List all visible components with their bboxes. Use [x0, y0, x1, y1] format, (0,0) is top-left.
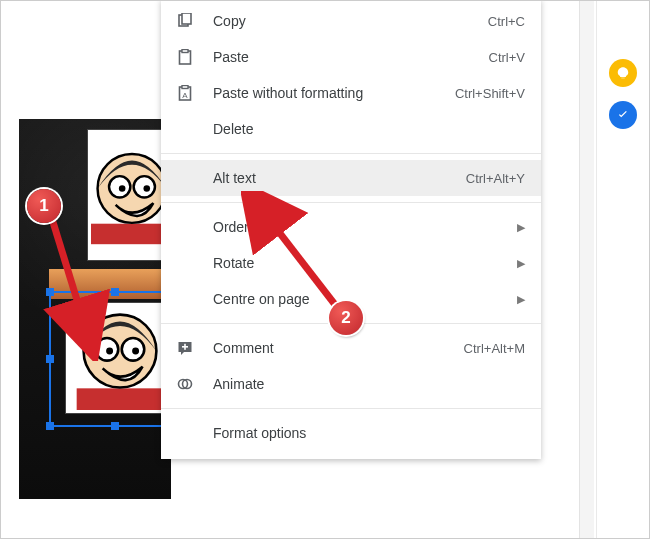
menu-shortcut: Ctrl+C — [488, 14, 525, 29]
menu-label: Comment — [213, 340, 464, 356]
svg-point-11 — [132, 348, 139, 355]
tasks-button[interactable] — [609, 101, 637, 129]
annotation-badge-1: 1 — [27, 189, 61, 223]
svg-point-5 — [143, 185, 150, 192]
resize-handle[interactable] — [46, 422, 54, 430]
menu-item-comment[interactable]: Comment Ctrl+Alt+M — [161, 330, 541, 366]
vertical-scrollbar[interactable] — [579, 1, 594, 539]
blank-icon — [175, 423, 195, 443]
menu-shortcut: Ctrl+Shift+V — [455, 86, 525, 101]
blank-icon — [175, 253, 195, 273]
cartoon-image-selected[interactable] — [65, 302, 175, 414]
keep-notes-button[interactable] — [609, 59, 637, 87]
blank-icon — [175, 168, 195, 188]
menu-label: Alt text — [213, 170, 466, 186]
svg-rect-17 — [182, 86, 188, 89]
svg-text:A: A — [182, 91, 188, 100]
menu-separator — [161, 153, 541, 154]
svg-rect-15 — [182, 50, 188, 53]
svg-rect-21 — [184, 344, 186, 350]
menu-label: Rotate — [213, 255, 517, 271]
menu-item-rotate[interactable]: Rotate ▶ — [161, 245, 541, 281]
menu-item-delete[interactable]: Delete — [161, 111, 541, 147]
blank-icon — [175, 119, 195, 139]
menu-label: Copy — [213, 13, 488, 29]
blank-icon — [175, 217, 195, 237]
menu-item-paste-without-formatting[interactable]: A Paste without formatting Ctrl+Shift+V — [161, 75, 541, 111]
menu-item-animate[interactable]: Animate — [161, 366, 541, 402]
comment-icon — [175, 338, 195, 358]
menu-label: Format options — [213, 425, 525, 441]
resize-handle[interactable] — [46, 288, 54, 296]
paste-icon — [175, 47, 195, 67]
menu-shortcut: Ctrl+V — [489, 50, 525, 65]
resize-handle[interactable] — [111, 288, 119, 296]
menu-item-alt-text[interactable]: Alt text Ctrl+Alt+Y — [161, 160, 541, 196]
resize-handle[interactable] — [46, 355, 54, 363]
menu-shortcut: Ctrl+Alt+Y — [466, 171, 525, 186]
menu-label: Paste — [213, 49, 489, 65]
menu-label: Order — [213, 219, 517, 235]
svg-rect-6 — [77, 388, 164, 410]
cartoon-face-icon — [69, 306, 171, 410]
annotation-badge-2: 2 — [329, 301, 363, 335]
copy-icon — [175, 11, 195, 31]
animate-icon — [175, 374, 195, 394]
app-viewport: Copy Ctrl+C Paste Ctrl+V A Paste without… — [0, 0, 650, 539]
menu-label: Paste without formatting — [213, 85, 455, 101]
menu-shortcut: Ctrl+Alt+M — [464, 341, 525, 356]
chevron-right-icon: ▶ — [517, 257, 525, 270]
menu-item-copy[interactable]: Copy Ctrl+C — [161, 3, 541, 39]
menu-separator — [161, 202, 541, 203]
menu-item-paste[interactable]: Paste Ctrl+V — [161, 39, 541, 75]
svg-point-10 — [106, 348, 113, 355]
menu-separator — [161, 408, 541, 409]
resize-handle[interactable] — [111, 422, 119, 430]
paste-plain-icon: A — [175, 83, 195, 103]
blank-icon — [175, 289, 195, 309]
svg-point-4 — [119, 185, 126, 192]
menu-label: Animate — [213, 376, 525, 392]
menu-label: Centre on page — [213, 291, 517, 307]
chevron-right-icon: ▶ — [517, 221, 525, 234]
side-panel-rail — [596, 1, 649, 539]
menu-item-format-options[interactable]: Format options — [161, 415, 541, 451]
chevron-right-icon: ▶ — [517, 293, 525, 306]
svg-rect-13 — [182, 13, 191, 24]
context-menu: Copy Ctrl+C Paste Ctrl+V A Paste without… — [161, 0, 541, 459]
menu-label: Delete — [213, 121, 525, 137]
menu-item-order[interactable]: Order ▶ — [161, 209, 541, 245]
